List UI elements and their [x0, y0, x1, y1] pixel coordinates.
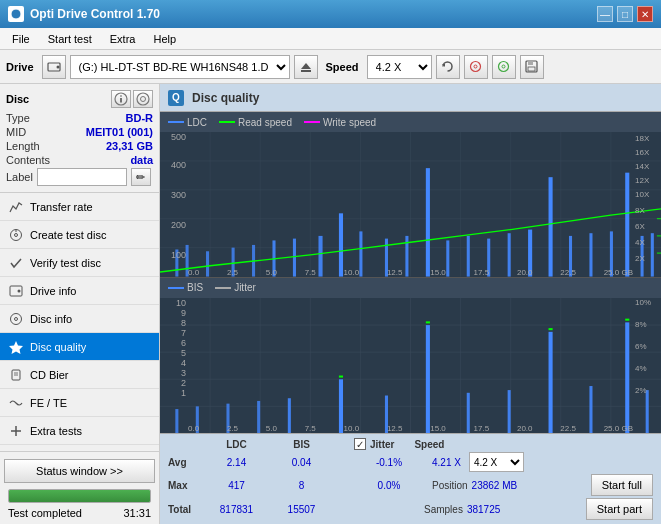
stats-total-row: Total 817831 15507 Samples 381725 Start …	[168, 498, 653, 520]
disc-label-input[interactable]	[37, 168, 127, 186]
disc-eject-btn[interactable]	[133, 90, 153, 108]
y-right-2x: 2X	[635, 254, 645, 263]
chart-title: Disc quality	[192, 91, 259, 105]
x2-label-0: 0.0	[188, 424, 199, 433]
x2-label-10: 10.0	[344, 424, 360, 433]
y-right-10pct: 10%	[635, 298, 651, 307]
legend-read: Read speed	[219, 117, 292, 128]
x2-label-125: 12.5	[387, 424, 403, 433]
y-right-14x: 14X	[635, 162, 649, 171]
menu-bar: File Start test Extra Help	[0, 28, 661, 50]
sidebar-item-cd-bier[interactable]: CD Bier	[0, 361, 159, 389]
disc-quality-icon	[8, 339, 24, 355]
y-lower-label-1: 1	[181, 388, 186, 398]
eject-button[interactable]	[294, 55, 318, 79]
refresh-button[interactable]	[436, 55, 460, 79]
disc-btn-1[interactable]	[464, 55, 488, 79]
app-icon	[8, 6, 24, 22]
svg-rect-67	[625, 173, 629, 277]
stats-avg-bis: 0.04	[269, 457, 334, 468]
y-right-8pct: 8%	[635, 320, 647, 329]
sidebar-item-drive-info[interactable]: Drive info	[0, 277, 159, 305]
disc-contents-value: data	[130, 154, 153, 166]
svg-rect-57	[426, 168, 430, 276]
disc-title: Disc	[6, 93, 29, 105]
upper-chart: 500 400 300 200 100 18X 16X 14X 12X 10X …	[160, 132, 661, 278]
svg-marker-3	[301, 63, 311, 69]
disc-type-row: Type BD-R	[6, 112, 153, 124]
x2-label-25: 2.5	[227, 424, 238, 433]
disc-info-btn[interactable]	[111, 90, 131, 108]
disc-btn-2[interactable]	[492, 55, 516, 79]
svg-point-19	[15, 233, 18, 236]
y-right-2pct: 2%	[635, 386, 647, 395]
menu-start-test[interactable]: Start test	[40, 29, 100, 49]
speed-select[interactable]: 4.2 X Max 2.0 X	[367, 55, 432, 79]
time-text: 31:31	[123, 507, 151, 519]
svg-point-2	[56, 65, 59, 68]
close-button[interactable]: ✕	[637, 6, 653, 22]
disc-info-icon	[8, 311, 24, 327]
stats-total-label: Total	[168, 504, 204, 515]
menu-help[interactable]: Help	[145, 29, 184, 49]
sidebar-item-label-cd-bier: CD Bier	[30, 369, 69, 381]
legend-write-label: Write speed	[323, 117, 376, 128]
start-part-button[interactable]: Start part	[586, 498, 653, 520]
y-label-500: 500	[171, 132, 186, 142]
disc-label-label: Label	[6, 171, 33, 183]
upper-legend: LDC Read speed Write speed	[160, 112, 661, 132]
jitter-checkbox-area[interactable]: ✓ Jitter	[354, 438, 394, 450]
stats-samples-label: Samples	[424, 504, 463, 515]
sidebar-item-verify-test-disc[interactable]: Verify test disc	[0, 249, 159, 277]
y-label-200: 200	[171, 220, 186, 230]
disc-mid-row: MID MEIT01 (001)	[6, 126, 153, 138]
menu-extra[interactable]: Extra	[102, 29, 144, 49]
legend-ldc-label: LDC	[187, 117, 207, 128]
drive-label: Drive	[6, 61, 34, 73]
stats-avg-ldc: 2.14	[204, 457, 269, 468]
x-label-225: 22.5	[560, 268, 576, 277]
disc-label-row: Label ✏	[6, 168, 153, 186]
progress-bar-fill	[9, 490, 150, 502]
chart-header-icon: Q	[168, 90, 184, 106]
stats-avg-label: Avg	[168, 457, 204, 468]
y-right-4pct: 4%	[635, 364, 647, 373]
sidebar-item-label-create-disc: Create test disc	[30, 229, 106, 241]
sidebar-item-disc-info[interactable]: Disc info	[0, 305, 159, 333]
disc-icon-area	[111, 90, 153, 108]
maximize-button[interactable]: □	[617, 6, 633, 22]
stats-avg-row: Avg 2.14 0.04 -0.1% 4.21 X 4.2 X Max	[168, 452, 653, 472]
title-bar-left: Opti Drive Control 1.70	[8, 6, 160, 22]
disc-length-row: Length 23,31 GB	[6, 140, 153, 152]
status-window-button[interactable]: Status window >>	[4, 459, 155, 483]
sidebar-item-disc-quality[interactable]: Disc quality	[0, 333, 159, 361]
minimize-button[interactable]: —	[597, 6, 613, 22]
sidebar-item-transfer-rate[interactable]: Transfer rate	[0, 193, 159, 221]
svg-point-23	[11, 313, 22, 324]
sidebar-item-extra-tests[interactable]: Extra tests	[0, 417, 159, 445]
y-right-8x: 8X	[635, 206, 645, 215]
main-layout: Disc Type BD-R MID MEIT01 (001)	[0, 84, 661, 524]
legend-ldc-color	[168, 121, 184, 123]
create-disc-icon	[8, 227, 24, 243]
x-label-5: 5.0	[266, 268, 277, 277]
drive-select[interactable]: (G:) HL-DT-ST BD-RE WH16NS48 1.D3	[70, 55, 290, 79]
speed-select-stats[interactable]: 4.2 X Max	[469, 452, 524, 472]
save-button[interactable]	[520, 55, 544, 79]
svg-rect-99	[625, 322, 629, 433]
transfer-rate-icon	[8, 199, 24, 215]
label-edit-btn[interactable]: ✏	[131, 168, 151, 186]
stats-col-bis: BIS	[269, 439, 334, 450]
start-full-button[interactable]: Start full	[591, 474, 653, 496]
jitter-checkbox[interactable]: ✓	[354, 438, 366, 450]
menu-file[interactable]: File	[4, 29, 38, 49]
svg-point-0	[11, 9, 21, 19]
x2-label-25gb: 25.0 GB	[604, 424, 633, 433]
sidebar-item-label-verify: Verify test disc	[30, 257, 101, 269]
sidebar-item-create-test-disc[interactable]: Create test disc	[0, 221, 159, 249]
drive-icon-btn[interactable]	[42, 55, 66, 79]
sidebar-item-fe-te[interactable]: FE / TE	[0, 389, 159, 417]
y-lower-label-4: 4	[181, 358, 186, 368]
upper-chart-svg	[160, 132, 661, 277]
verify-icon	[8, 255, 24, 271]
